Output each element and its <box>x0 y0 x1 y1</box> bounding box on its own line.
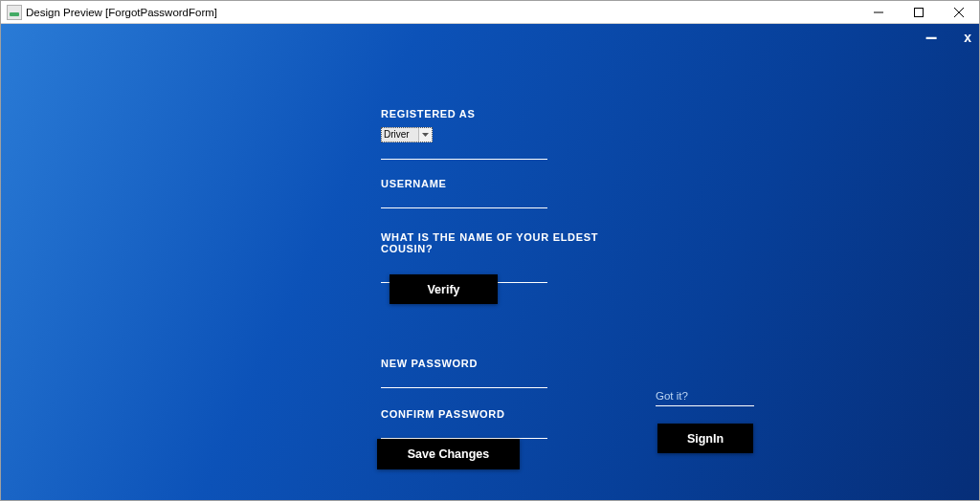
close-button[interactable] <box>939 1 979 23</box>
inner-close-button[interactable]: x <box>964 30 971 45</box>
svg-marker-4 <box>422 133 429 137</box>
security-question-label: WHAT IS THE NAME OF YOUR ELDEST COUSIN? <box>381 231 630 254</box>
confirm-password-label: CONFIRM PASSWORD <box>381 408 572 420</box>
window-title: Design Preview [ForgotPasswordForm] <box>26 7 858 18</box>
maximize-button[interactable] <box>899 1 939 23</box>
signin-button[interactable]: SignIn <box>657 424 753 453</box>
app-icon <box>7 5 22 20</box>
minimize-button[interactable] <box>858 1 899 23</box>
registered-as-label: REGISTERED AS <box>381 108 572 120</box>
inner-minimize-button[interactable]: – <box>925 33 937 42</box>
minimize-icon <box>874 8 883 17</box>
new-password-input[interactable] <box>381 373 547 388</box>
content-pane: – x REGISTERED AS Driver USERNAME <box>1 24 979 500</box>
confirm-password-input[interactable] <box>381 424 547 439</box>
username-input[interactable] <box>381 193 547 208</box>
registered-as-underline[interactable] <box>381 144 547 160</box>
registered-as-select[interactable]: Driver <box>381 127 433 142</box>
verify-button[interactable]: Verify <box>390 274 498 304</box>
inner-window-controls: – x <box>925 30 971 45</box>
registered-as-value: Driver <box>384 129 410 140</box>
save-changes-button[interactable]: Save Changes <box>377 439 520 469</box>
chevron-down-icon <box>418 128 432 142</box>
new-password-label: NEW PASSWORD <box>381 358 572 369</box>
got-it-label: Got it? <box>656 390 754 406</box>
maximize-icon <box>914 8 924 17</box>
close-icon <box>954 8 964 17</box>
username-label: USERNAME <box>381 178 572 189</box>
window-frame: Design Preview [ForgotPasswordForm] – x … <box>0 0 980 501</box>
svg-rect-1 <box>915 8 924 16</box>
title-bar: Design Preview [ForgotPasswordForm] <box>1 1 979 24</box>
